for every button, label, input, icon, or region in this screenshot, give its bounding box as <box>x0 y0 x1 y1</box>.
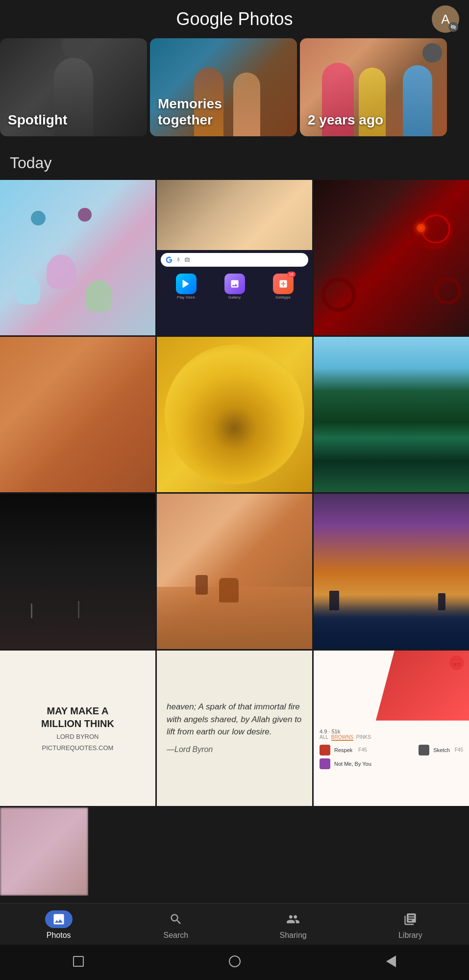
photos-icon <box>52 912 66 926</box>
photo-grid-row4: MAY MAKE A MILLION THINK LORD BYRON PICT… <box>0 651 469 807</box>
nav-icon-wrap-library <box>396 910 424 928</box>
nav-item-library[interactable]: Library <box>396 910 424 940</box>
photo-cell-gears[interactable] <box>314 180 469 335</box>
app-store-row-2: Not Me, By You <box>320 758 463 769</box>
photo-cell-blur[interactable] <box>0 807 88 896</box>
nav-icon-wrap-photos <box>45 910 73 928</box>
stories-row[interactable]: Spotlight Memories together 2 years ago <box>0 38 469 140</box>
nav-icon-wrap-search <box>162 910 190 928</box>
section-today: Today <box>0 140 469 180</box>
app-title: Google Photos <box>176 9 293 29</box>
sys-btn-recents[interactable] <box>70 953 87 970</box>
dog-phone-overlay: Play Store Gallery 18 GetApps <box>157 180 312 335</box>
quote1-text: MAY MAKE A MILLION THINK LORD BYRON PICT… <box>0 651 155 806</box>
photo-cell-dark[interactable] <box>0 494 155 649</box>
bottom-nav: Photos Search Sharing <box>0 903 469 980</box>
app-store-tabs: ALL BROWNS PINKS <box>320 734 463 741</box>
nav-item-sharing[interactable]: Sharing <box>279 910 307 940</box>
sys-btn-back[interactable] <box>382 953 400 970</box>
nav-items: Photos Search Sharing <box>0 904 469 945</box>
photo-cell-quote1[interactable]: MAY MAKE A MILLION THINK LORD BYRON PICT… <box>0 651 155 806</box>
story-card-memories[interactable]: Memories together <box>150 38 297 136</box>
nav-label-search: Search <box>164 931 189 940</box>
photo-grid-row5 <box>0 807 469 897</box>
recents-icon <box>73 956 84 967</box>
avatar[interactable]: A <box>432 5 459 33</box>
photo-cell-flower[interactable] <box>157 337 312 492</box>
photo-grid: Play Store Gallery 18 GetApps <box>0 180 469 651</box>
photo-cell-sunset[interactable] <box>314 494 469 649</box>
photo-cell-cartoon[interactable] <box>0 180 155 335</box>
nav-item-search[interactable]: Search <box>162 910 190 940</box>
photo-cell-beach[interactable] <box>157 494 312 649</box>
story-label-spotlight: Spotlight <box>8 112 67 128</box>
sys-btn-home[interactable] <box>226 953 244 970</box>
story-card-years[interactable]: 2 years ago <box>300 38 447 136</box>
photo-cell-appstore[interactable]: 📷 4.9 · 51k ALL BROWNS PINKS Respek F45 … <box>314 651 469 806</box>
story-card-spotlight[interactable]: Spotlight <box>0 38 147 136</box>
nav-label-sharing: Sharing <box>280 931 307 940</box>
top-bar: Google Photos A <box>0 0 469 38</box>
photo-cell-quote2[interactable]: heaven; A spark of that immortal fire wi… <box>157 651 312 806</box>
app-store-row-1: Respek F45 Sketch F45 <box>320 745 463 755</box>
home-icon <box>229 955 241 967</box>
svg-point-1 <box>186 259 188 260</box>
photo-cell-forest[interactable] <box>314 337 469 492</box>
photo-cell-cat[interactable] <box>0 337 155 492</box>
app-title-google: Google <box>176 9 233 29</box>
nav-icon-wrap-sharing <box>279 910 307 928</box>
nav-item-photos[interactable]: Photos <box>45 910 73 940</box>
app-store-card: 📷 4.9 · 51k ALL BROWNS PINKS Respek F45 … <box>314 651 469 806</box>
photo-cell-dog[interactable]: Play Store Gallery 18 GetApps <box>157 180 312 335</box>
photo-cell-empty1 <box>157 807 245 896</box>
photo-cell-empty2 <box>314 807 402 896</box>
nav-label-library: Library <box>398 931 422 940</box>
story-label-years: 2 years ago <box>308 112 383 128</box>
search-icon <box>169 912 183 926</box>
app-icon-label-play: Play Store <box>177 295 195 300</box>
app-store-rating: 4.9 · 51k <box>320 729 463 734</box>
app-title-photos: Photos <box>233 9 293 29</box>
sharing-icon <box>286 912 300 926</box>
avatar-badge <box>448 22 458 32</box>
system-nav <box>0 945 469 980</box>
quote2-text: heaven; A spark of that immortal fire wi… <box>157 651 312 806</box>
app-icon-label-gallery: Gallery <box>228 295 241 300</box>
story-label-memories: Memories together <box>158 96 222 128</box>
library-icon <box>403 912 417 926</box>
back-icon <box>386 955 396 967</box>
app-icon-label-getapps: GetApps <box>275 295 291 300</box>
nav-label-photos: Photos <box>47 931 71 940</box>
